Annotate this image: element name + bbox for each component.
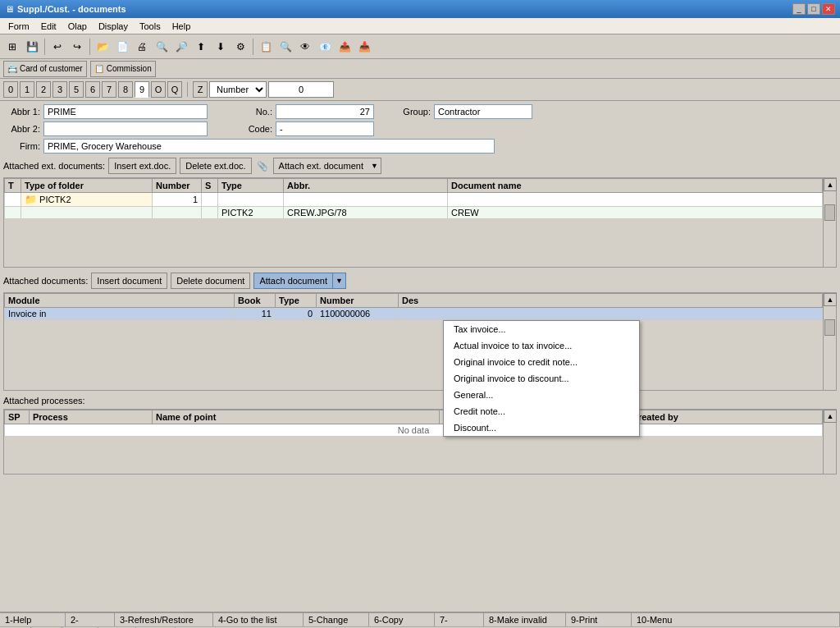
menu-item-discount[interactable]: Discount...: [444, 419, 639, 436]
col-sp: SP: [5, 410, 30, 424]
abbr2-label: Abbr 2:: [3, 124, 40, 134]
abbr2-input[interactable]: [43, 121, 208, 136]
menu-item-general[interactable]: General...: [444, 387, 639, 403]
ext-docs-section: Attached ext. documents: Insert ext.doc.…: [3, 156, 837, 268]
attached-docs-scrollbar[interactable]: ▲: [823, 293, 836, 390]
num-tab-Q[interactable]: Q: [167, 81, 182, 98]
tb-new-icon[interactable]: 📄: [113, 38, 131, 56]
tb-view-icon[interactable]: 👁: [296, 38, 314, 56]
ext-doc-abbr-1: [284, 193, 448, 207]
num-tab-3[interactable]: 3: [52, 81, 67, 98]
tb-filter-icon[interactable]: 🔍: [153, 38, 171, 56]
menu-olap[interactable]: Olap: [63, 21, 92, 32]
tb-filter2-icon[interactable]: 🔎: [172, 38, 190, 56]
doc-number-1: 1100000006: [317, 308, 399, 320]
ext-docs-scrollbar[interactable]: ▲ ▼: [823, 178, 836, 267]
col-t: T: [5, 179, 21, 193]
tb-save-icon[interactable]: 💾: [23, 38, 41, 56]
tb-email-icon[interactable]: 📧: [316, 38, 334, 56]
ext-doc-folder-1: 📁 PICTK2: [21, 193, 153, 207]
num-tab-6[interactable]: 6: [85, 81, 100, 98]
form-row-abbr1: Abbr 1: No.: Group:: [3, 104, 837, 119]
abbr1-input[interactable]: [43, 104, 208, 119]
tb-import-icon[interactable]: 📥: [355, 38, 373, 56]
attach-doc-btn[interactable]: Attach document: [253, 273, 333, 289]
attach-doc-group: Attach document ▼: [253, 273, 346, 289]
attached-docs-label: Attached documents:: [3, 276, 88, 286]
num-tab-O[interactable]: O: [151, 81, 166, 98]
attached-docs-section: Attached documents: Insert document Dele…: [3, 271, 837, 391]
tb-print-icon[interactable]: 🖨: [133, 38, 151, 56]
processes-label: Attached processes:: [3, 396, 85, 406]
number-dropdown[interactable]: Number: [209, 81, 267, 98]
menu-item-actual-invoice[interactable]: Actual invoice to tax invoice...: [444, 337, 639, 354]
paperclip-icon: 📎: [257, 161, 268, 172]
menu-edit[interactable]: Edit: [36, 21, 62, 32]
scroll-thumb2[interactable]: [824, 319, 835, 336]
processes-header: Attached processes:: [3, 394, 837, 407]
title-bar: 🖥 Suppl./Cust. - documents _ □ ✕: [0, 0, 840, 18]
menu-display[interactable]: Display: [94, 21, 133, 32]
number-value-input[interactable]: [268, 81, 334, 98]
scroll-up-btn[interactable]: ▲: [824, 178, 837, 191]
num-tab-8[interactable]: 8: [118, 81, 133, 98]
no-input[interactable]: [276, 104, 374, 119]
close-button[interactable]: ✕: [822, 3, 835, 15]
tb-undo-icon[interactable]: ↩: [48, 38, 66, 56]
no-data-cell: No data: [5, 424, 823, 437]
scroll-up2-btn[interactable]: ▲: [824, 293, 837, 306]
scroll-up3-btn[interactable]: ▲: [824, 410, 837, 423]
num-tab-5[interactable]: 5: [69, 81, 84, 98]
attach-ext-dropdown-arrow[interactable]: ▼: [368, 158, 381, 174]
num-tab-0[interactable]: 0: [3, 81, 18, 98]
tb-redo-icon[interactable]: ↪: [68, 38, 86, 56]
attach-ext-doc-btn[interactable]: Attach ext. document: [273, 158, 368, 174]
attach-dropdown-arrow[interactable]: ▼: [333, 273, 346, 289]
menu-item-tax-invoice[interactable]: Tax invoice...: [444, 321, 639, 337]
ext-doc-t-2: [5, 207, 21, 219]
tb-open-icon[interactable]: 📂: [94, 38, 112, 56]
num-tab-7[interactable]: 7: [102, 81, 116, 98]
insert-doc-btn[interactable]: Insert document: [91, 273, 167, 289]
tb-search-icon[interactable]: 🔍: [276, 38, 294, 56]
num-tab-Z[interactable]: Z: [193, 81, 208, 98]
delete-doc-btn[interactable]: Delete document: [171, 273, 250, 289]
firm-input[interactable]: [43, 139, 495, 154]
insert-ext-doc-btn[interactable]: Insert ext.doc.: [108, 158, 176, 174]
card-of-customer-btn[interactable]: 📇 Card of customer: [3, 61, 87, 77]
menu-item-original-discount[interactable]: Original invoice to discount...: [444, 370, 639, 387]
delete-ext-doc-btn[interactable]: Delete ext.doc.: [180, 158, 251, 174]
ext-doc-s-1: [202, 193, 218, 207]
tb-up-icon[interactable]: ⬆: [192, 38, 210, 56]
commission-btn[interactable]: 📋 Commission: [90, 61, 156, 77]
menu-help[interactable]: Help: [167, 21, 196, 32]
doc-book-1: 11: [235, 308, 276, 320]
processes-scrollbar[interactable]: ▲: [823, 410, 836, 474]
tb-export-icon[interactable]: 📤: [336, 38, 354, 56]
ext-doc-row-2: PICTK2 CREW.JPG/78 CREW: [5, 207, 823, 219]
group-input[interactable]: [434, 104, 532, 119]
tb-grid-icon[interactable]: ⊞: [3, 38, 21, 56]
col-number: Number: [153, 179, 202, 193]
doc-type-1: 0: [276, 308, 317, 320]
attached-doc-row-1: Invoice in 11 0 1100000006: [5, 308, 823, 320]
subbar: 📇 Card of customer 📋 Commission: [0, 59, 840, 79]
tb-down-icon[interactable]: ⬇: [212, 38, 230, 56]
menu-item-credit-note[interactable]: Credit note...: [444, 403, 639, 419]
menu-form[interactable]: Form: [3, 21, 34, 32]
ext-doc-docname-1: [448, 193, 823, 207]
code-input[interactable]: [276, 121, 374, 136]
col-name-of-point: Name of point: [153, 410, 440, 424]
num-tab-1[interactable]: 1: [20, 81, 34, 98]
tb-settings-icon[interactable]: ⚙: [231, 38, 249, 56]
ext-doc-number-1: 1: [153, 193, 202, 207]
num-tab-2[interactable]: 2: [36, 81, 51, 98]
num-tab-9[interactable]: 9: [135, 81, 149, 98]
minimize-button[interactable]: _: [792, 3, 806, 15]
tb-copy-icon[interactable]: 📋: [257, 38, 275, 56]
maximize-button[interactable]: □: [807, 3, 820, 15]
menu-tools[interactable]: Tools: [135, 21, 166, 32]
scroll-thumb[interactable]: [824, 204, 835, 221]
processes-section: Attached processes: SP Process Name of p…: [3, 394, 837, 474]
menu-item-original-credit[interactable]: Original invoice to credit note...: [444, 354, 639, 370]
